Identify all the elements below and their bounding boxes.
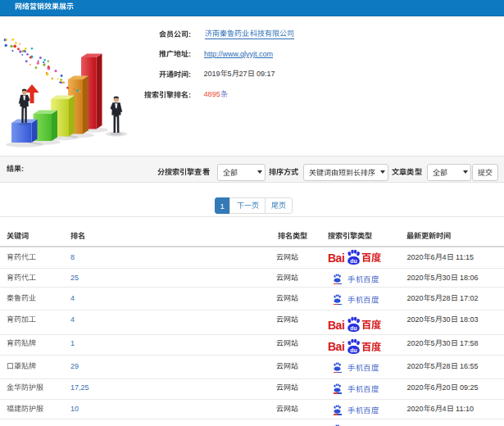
svg-text:du: du <box>350 325 356 331</box>
svg-text:du: du <box>350 347 356 353</box>
svg-text:du: du <box>350 258 356 264</box>
